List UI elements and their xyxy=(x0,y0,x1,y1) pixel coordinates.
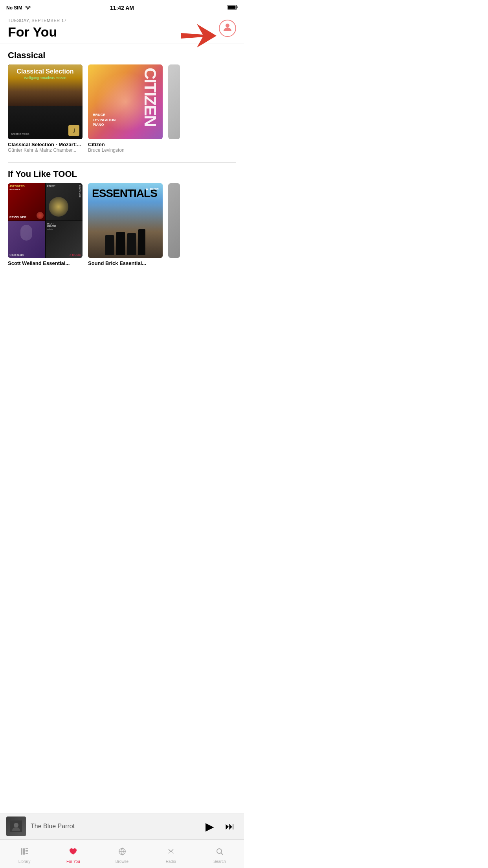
status-bar: No SIM 11:42 AM xyxy=(0,0,244,14)
battery-icon xyxy=(227,4,238,11)
citizen-cover-title: CITIZEN xyxy=(141,68,160,126)
album-cover-classical-selection: Classical Selection Wolfgang Amadeus Moz… xyxy=(8,64,83,139)
album-item-classical-selection[interactable]: Classical Selection Wolfgang Amadeus Moz… xyxy=(8,64,83,153)
album-cover-essentials: ESSENTIALS MUSIC xyxy=(88,183,163,258)
classical-section: Classical Classical Selection Wolfgang A… xyxy=(0,44,244,159)
citizen-cover-bottom: BRUCELEVINGSTONPIANO xyxy=(93,112,116,127)
album-cover-partial-tool xyxy=(168,183,180,258)
carrier-label: No SIM xyxy=(6,5,22,11)
classical-cover-title: Classical Selection xyxy=(12,68,79,75)
classical-selection-title: Classical Selection - Mozart:... xyxy=(8,142,83,147)
classical-cover-subtitle: Wolfgang Amadeus Mozart xyxy=(12,76,79,80)
status-time: 11:42 AM xyxy=(110,5,134,11)
album-item-scott-weiland[interactable]: AVENGERSASSEMBLE REVOLVER REVOLVER STOMP… xyxy=(8,183,83,266)
classical-album-scroll[interactable]: Classical Selection Wolfgang Amadeus Moz… xyxy=(0,64,244,159)
apple-music-badge: MUSIC xyxy=(145,187,159,191)
classical-brand: andante media xyxy=(11,132,29,135)
essentials-title: Sound Brick Essential... xyxy=(88,260,163,266)
collage-cell-3: 12 BAR BLUES xyxy=(8,221,45,258)
classical-selection-artist: Günter Kehr & Mainz Chamber... xyxy=(8,147,83,153)
status-right xyxy=(227,4,238,11)
profile-icon xyxy=(222,22,233,35)
classical-section-title: Classical xyxy=(0,50,244,64)
tool-album-scroll[interactable]: AVENGERSASSEMBLE REVOLVER REVOLVER STOMP… xyxy=(0,183,244,272)
album-item-partial-classical xyxy=(168,64,180,153)
album-cover-citizen: CITIZEN BRUCELEVINGSTONPIANO xyxy=(88,64,163,139)
album-item-citizen[interactable]: CITIZEN BRUCELEVINGSTONPIANO Citizen Bru… xyxy=(88,64,163,153)
album-item-essentials[interactable]: ESSENTIALS MUSIC xyxy=(88,183,163,266)
album-cover-collage: AVENGERSASSEMBLE REVOLVER REVOLVER STOMP… xyxy=(8,183,83,258)
collage-cell-1: AVENGERSASSEMBLE REVOLVER xyxy=(8,183,45,221)
svg-rect-3 xyxy=(228,6,236,9)
status-left: No SIM xyxy=(6,5,31,11)
wifi-icon xyxy=(25,5,31,11)
svg-point-0 xyxy=(28,9,28,10)
tool-section: If You Like TOOL AVENGERSASSEMBLE REVOLV… xyxy=(0,163,244,274)
bottom-spacer xyxy=(0,274,244,333)
page-title: For You xyxy=(8,24,236,40)
svg-point-4 xyxy=(226,24,229,28)
header: TUESDAY, SEPTEMBER 17 For You xyxy=(0,14,244,44)
citizen-artist: Bruce Levingston xyxy=(88,147,163,153)
scott-weiland-title: Scott Weiland Essential... xyxy=(8,260,83,266)
collage-cell-4: SCOTTWEILANDandante ♫ MUSIC xyxy=(46,221,83,258)
album-cover-partial xyxy=(168,64,180,139)
album-item-partial-tool xyxy=(168,183,180,266)
collage-cell-2: REVOLVER STOMP xyxy=(46,183,83,221)
citizen-title: Citizen xyxy=(88,142,163,147)
classical-logo-icon: ♩ xyxy=(68,125,79,136)
music-badge-text: MUSIC xyxy=(150,188,159,191)
band-photo xyxy=(88,206,163,258)
profile-button[interactable] xyxy=(219,20,236,37)
svg-rect-2 xyxy=(237,6,238,8)
tool-section-title: If You Like TOOL xyxy=(0,169,244,183)
date-label: TUESDAY, SEPTEMBER 17 xyxy=(8,18,236,23)
